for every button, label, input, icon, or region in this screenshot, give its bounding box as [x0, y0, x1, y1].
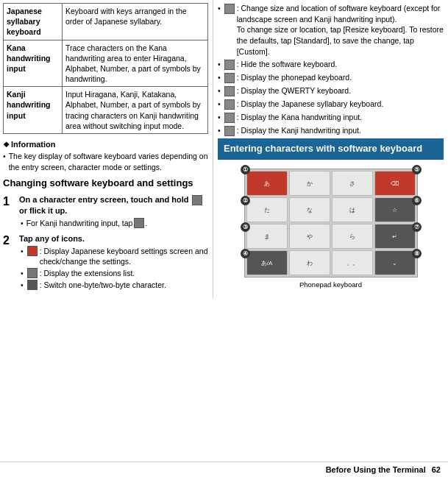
right-bullet-3-text: : Display the phonepad keyboard. [237, 72, 352, 83]
phonepad-cell-r1c4: ⌫ [374, 171, 416, 196]
table-row-label: Japanese syllabary keyboard [4, 4, 63, 40]
step-2-bullet-1: : Display Japanese keyboard settings scr… [21, 246, 208, 267]
circle-label-5: ⑤ [412, 165, 422, 174]
right-bullet-1: : Change size and location of software k… [218, 3, 444, 57]
phonepad-cell-r3c3: ら [332, 224, 373, 249]
table-row-label: Kana handwriting input [4, 40, 63, 87]
phonepad-cell-r2c2: な [289, 197, 330, 222]
step-1-bullet-text: For Kanji handwriting input, tap [26, 218, 133, 229]
circle-label-3: ③ [241, 222, 250, 232]
right-bullet-6-text: : Display the Kana handwriting input. [237, 112, 362, 123]
table-row-description: Input Hiragana, Kanji, Katakana, Alphabe… [63, 87, 208, 134]
right-bullet-4-text: : Display the QWERTY keyboard. [237, 85, 351, 96]
step-2-bullet-3: : Switch one-byte/two-byte character. [21, 280, 208, 291]
phonepad-cell-r4c1: あ/A [246, 250, 288, 275]
step-1-title: On a character entry screen, touch and h… [19, 194, 208, 216]
phonepad-cell-r1c2: か [289, 171, 330, 196]
phonepad-cell-r3c1: ま [246, 224, 288, 249]
left-column: Japanese syllabary keyboardKeyboard with… [0, 0, 213, 298]
phonepad-cell-r3c4: ↵ [374, 224, 416, 249]
circle-label-1: ① [241, 165, 250, 174]
phonepad-cell-r2c1: た [246, 197, 288, 222]
step-2-number: 2 [3, 233, 16, 247]
phonepad-container: あ か さ ⌫ た な は ☆ ま や ら ↵ あ/A わ [218, 169, 444, 289]
step-1-bullet-period: . [145, 218, 147, 229]
right-bullet-4: : Display the QWERTY keyboard. [218, 85, 444, 96]
step-2-icon-3 [27, 280, 38, 290]
circle-label-6: ⑥ [412, 196, 422, 205]
step-1: 1 On a character entry screen, touch and… [3, 194, 208, 229]
phonepad-cell-r1c3: さ [332, 171, 373, 196]
page-wrapper: Japanese syllabary keyboardKeyboard with… [0, 0, 448, 477]
circle-label-4: ④ [241, 249, 250, 258]
phonepad-cell-r2c3: は [332, 197, 373, 222]
right-bullet-6: : Display the Kana handwriting input. [218, 112, 444, 123]
step-2-icon-2 [27, 268, 38, 278]
main-content: Japanese syllabary keyboardKeyboard with… [0, 0, 448, 319]
right-bullet-2-text: : Hide the software keyboard. [237, 59, 338, 70]
right-column: : Change size and location of software k… [213, 0, 448, 298]
step-2-title: Tap any of icons. [19, 233, 208, 244]
step-2-bullets: : Display Japanese keyboard settings scr… [21, 246, 208, 291]
right-icon-3 [224, 73, 235, 83]
right-bullet-1-text: : Change size and location of software k… [237, 3, 444, 57]
circle-label-8: ⑧ [412, 249, 422, 258]
highlight-box: Entering characters with software keyboa… [218, 138, 444, 160]
step-2-content: Tap any of icons. : Display Japanese key… [19, 233, 208, 291]
footer: Before Using the Terminal 62 [0, 462, 448, 477]
highlight-box-title: Entering characters with software keyboa… [224, 143, 422, 154]
circle-label-7: ⑦ [412, 222, 422, 232]
step-1-title-part2: or flick it up. [19, 206, 67, 215]
right-bullet-7: : Display the Kanji handwriting input. [218, 125, 444, 136]
step-2-bullet-2: : Display the extensions list. [21, 268, 208, 279]
table-row-description: Trace characters on the Kana handwriting… [63, 40, 208, 87]
phonepad-grid: あ か さ ⌫ た な は ☆ ま や ら ↵ あ/A わ [244, 169, 418, 278]
step-1-icon-keyboard [192, 195, 202, 205]
right-bullet-7-text: : Display the Kanji handwriting input. [237, 125, 361, 136]
right-icon-5 [224, 99, 235, 110]
step-1-title-part1: On a character entry screen, touch and h… [19, 195, 191, 204]
table-row-label: Kanji handwriting input [4, 87, 63, 134]
right-icon-4 [224, 86, 235, 96]
phonepad-cell-r1c1: あ [246, 171, 288, 196]
step-1-content: On a character entry screen, touch and h… [19, 194, 208, 229]
phonepad-cell-r4c4: ⌄ [374, 250, 416, 275]
right-bullet-2: : Hide the software keyboard. [218, 59, 444, 70]
right-bullet-5-text: : Display the Japanese syllabary keyboar… [237, 99, 384, 110]
phonepad-cell-r4c3: 、。 [332, 250, 373, 275]
keyboard-table: Japanese syllabary keyboardKeyboard with… [3, 3, 208, 134]
phonepad-cell-r3c2: や [289, 224, 330, 249]
info-text: The key display of software keyboard var… [9, 151, 208, 172]
footer-text: Before Using the Terminal [326, 465, 426, 474]
info-bullet: The key display of software keyboard var… [3, 151, 208, 172]
step-2-bullet-3-text: : Switch one-byte/two-byte character. [40, 280, 166, 291]
phonepad-cell-r4c2: わ [289, 250, 330, 275]
footer-page: 62 [432, 465, 441, 474]
phonepad-cell-r2c4: ☆ [374, 197, 416, 222]
step-2-bullet-1-text: : Display Japanese keyboard settings scr… [40, 246, 208, 267]
info-title: Information [3, 140, 208, 149]
changing-section-heading: Changing software keyboard and settings [3, 177, 208, 190]
step-1-bullet-1: For Kanji handwriting input, tap . [21, 218, 208, 229]
step-2-bullet-2-text: : Display the extensions list. [40, 268, 135, 279]
step-1-bullet-icon [134, 218, 144, 228]
step-1-number: 1 [3, 194, 16, 208]
right-icon-6 [224, 113, 235, 123]
right-icon-7 [224, 126, 235, 136]
information-section: Information The key display of software … [3, 140, 208, 173]
step-1-bullets: For Kanji handwriting input, tap . [21, 218, 208, 229]
step-2-icon-1 [27, 246, 38, 256]
right-icon-2 [224, 60, 235, 70]
step-2: 2 Tap any of icons. : Display Japanese k… [3, 233, 208, 291]
table-row-description: Keyboard with keys arranged in the order… [63, 4, 208, 40]
phonepad-label: Phonepad keyboard [218, 280, 444, 289]
right-icon-1 [224, 4, 235, 14]
circle-label-2: ② [241, 196, 250, 205]
right-bullet-5: : Display the Japanese syllabary keyboar… [218, 99, 444, 110]
right-bullet-3: : Display the phonepad keyboard. [218, 72, 444, 83]
